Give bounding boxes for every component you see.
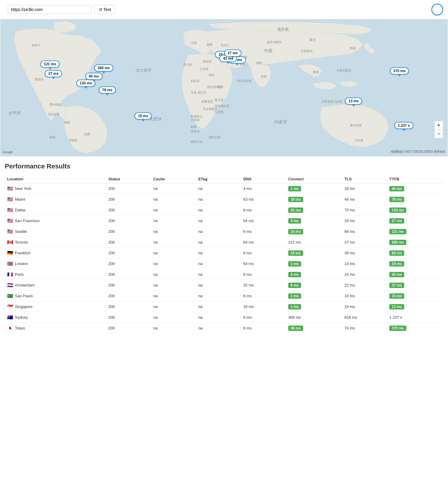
- col-header-location: Location: [5, 175, 106, 183]
- ttfb-badge: 370 ms: [389, 326, 406, 331]
- table-row: 🇺🇸 San Francisco 200 na na 64 ms 2 ms 20…: [5, 216, 443, 226]
- cell-location: 🇬🇧 London: [5, 258, 106, 269]
- cell-connect: 1 ms: [286, 258, 342, 269]
- location-name: Dallas: [15, 208, 26, 212]
- cell-cache: na: [151, 226, 196, 237]
- cell-etag: na: [196, 258, 241, 269]
- cell-connect: 2 ms: [286, 216, 342, 226]
- location-name: London: [15, 261, 28, 266]
- cell-dns: 6 ms: [241, 226, 286, 237]
- ttfb-badge: 40 ms: [389, 186, 404, 191]
- svg-text:哥伦比亚: 哥伦比亚: [48, 113, 60, 116]
- cell-tls: 37 ms: [342, 237, 387, 248]
- svg-text:委内瑞拉: 委内瑞拉: [49, 103, 61, 106]
- map-marker-amsterdam: 37 ms: [224, 49, 241, 59]
- cell-ttfb: 27 ms: [387, 216, 443, 226]
- cell-location: 🇸🇬 Singapore: [5, 301, 106, 312]
- marker-bubble-new-york: 40 ms: [85, 73, 103, 80]
- cell-cache: na: [151, 323, 196, 334]
- ttfb-badge: 37 ms: [389, 283, 404, 288]
- cell-cache: na: [151, 258, 196, 269]
- cell-status: 200: [106, 205, 151, 216]
- table-row: 🇩🇪 Frankfurt 200 na na 6 ms 15 ms 36 ms …: [5, 248, 443, 258]
- cell-ttfb: 15 ms: [387, 291, 443, 301]
- marker-pin-san-francisco: [52, 77, 55, 79]
- flag-icon: 🇬🇧: [7, 261, 13, 267]
- test-button[interactable]: ↺ Test: [94, 5, 115, 14]
- marker-bubble-amsterdam: 37 ms: [224, 49, 241, 57]
- cell-status: 200: [106, 312, 151, 323]
- connect-badge: 15 ms: [288, 197, 303, 202]
- svg-text:利比亚: 利比亚: [191, 79, 200, 83]
- svg-text:马里 尼日尔: 马里 尼日尔: [191, 91, 207, 94]
- svg-text:纳米比亚: 纳米比亚: [191, 140, 203, 143]
- map-svg: 中国 俄罗斯 北大西洋 大西洋 太平洋 印度洋 蒙古 墨西哥 加拿大 巴西 西班…: [0, 19, 448, 156]
- cell-ttfb: 40 ms: [387, 183, 443, 194]
- cell-ttfb: 121 ms: [387, 226, 443, 237]
- flag-icon: 🇦🇺: [7, 315, 13, 320]
- table-row: 🇺🇸 Dallas 200 na na 8 ms 31 ms 70 ms 133…: [5, 205, 443, 216]
- flag-icon: 🇺🇸: [7, 218, 13, 224]
- connect-badge: 31 ms: [288, 207, 303, 213]
- svg-text:中国: 中国: [264, 48, 272, 53]
- cell-connect: 1 ms: [286, 301, 342, 312]
- cell-ttfb: 280 ms: [387, 237, 443, 248]
- cell-etag: na: [196, 301, 241, 312]
- zoom-in-button[interactable]: +: [435, 121, 443, 129]
- svg-text:索马里: 索马里: [215, 98, 224, 102]
- zoom-out-button[interactable]: −: [435, 130, 443, 138]
- marker-bubble-miami: 79 ms: [99, 86, 116, 94]
- cell-cache: na: [151, 183, 196, 194]
- svg-text:澳大利亚: 澳大利亚: [350, 124, 362, 127]
- ttfb-badge: 133 ms: [389, 207, 406, 213]
- cell-ttfb: 1.237 s: [387, 312, 443, 323]
- location-name: Sao Paulo: [15, 294, 33, 298]
- cell-status: 200: [106, 226, 151, 237]
- table-row: 🇺🇸 New York 200 na na 4 ms 1 ms 28 ms 40…: [5, 183, 443, 194]
- cell-cache: na: [151, 237, 196, 248]
- ttfb-badge: 68 ms: [389, 250, 404, 256]
- cell-cache: na: [151, 216, 196, 226]
- marker-pin-miami: [106, 93, 109, 96]
- svg-text:博茨瓦纳: 博茨瓦纳: [209, 136, 221, 139]
- status-circle: [431, 4, 443, 16]
- svg-text:德国: 德国: [207, 43, 213, 46]
- map-container: 中国 俄罗斯 北大西洋 大西洋 太平洋 印度洋 蒙古 墨西哥 加拿大 巴西 西班…: [0, 19, 448, 157]
- svg-text:刚果: 刚果: [191, 125, 197, 128]
- cell-etag: na: [196, 194, 241, 205]
- cell-cache: na: [151, 205, 196, 216]
- svg-text:阿尔贝利亚: 阿尔贝利亚: [237, 79, 252, 83]
- cell-tls: 10 ms: [342, 301, 387, 312]
- cell-etag: na: [196, 205, 241, 216]
- marker-pin-paris: [227, 62, 230, 64]
- svg-text:法国: 法国: [191, 41, 197, 44]
- cell-cache: na: [151, 194, 196, 205]
- connect-badge: 23 ms: [288, 229, 303, 234]
- svg-text:伊朗: 伊朗: [256, 61, 262, 65]
- svg-text:几内亚: 几内亚: [354, 139, 363, 142]
- performance-section: Performance Results Location Status Cach…: [0, 157, 448, 340]
- cell-location: 🇩🇪 Frankfurt: [5, 248, 106, 258]
- ttfb-badge: 121 ms: [389, 229, 406, 234]
- cell-connect: 15 ms: [286, 248, 342, 258]
- marker-bubble-seattle: 121 ms: [40, 61, 60, 68]
- cell-connect: 1 ms: [286, 291, 342, 301]
- flag-icon: 🇺🇸: [7, 229, 13, 234]
- marker-bubble-singapore: 13 ms: [345, 97, 362, 105]
- cell-tls: 66 ms: [342, 226, 387, 237]
- svg-text:秘鲁: 秘鲁: [64, 121, 70, 124]
- connect-badge: 1 ms: [288, 186, 301, 191]
- cell-cache: na: [151, 301, 196, 312]
- table-row: 🇫🇷 Paris 200 na na 6 ms 8 ms 24 ms 42 ms: [5, 269, 443, 280]
- test-button-label: ↺ Test: [99, 7, 111, 12]
- cell-connect: 15 ms: [286, 194, 342, 205]
- url-input[interactable]: [8, 5, 91, 14]
- svg-text:共和国: 共和国: [191, 118, 200, 122]
- svg-text:巴西: 巴西: [84, 132, 90, 136]
- location-name: Toronto: [15, 240, 28, 244]
- col-header-cache: Cache: [151, 175, 196, 183]
- connect-badge: 2 ms: [288, 218, 301, 224]
- location-name: Singapore: [15, 304, 32, 309]
- location-name: San Francisco: [15, 219, 40, 223]
- svg-text:肯尼亚: 肯尼亚: [215, 110, 224, 114]
